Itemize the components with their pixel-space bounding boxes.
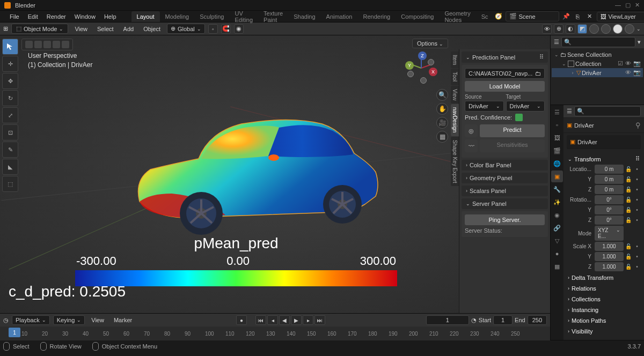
source-dropdown[interactable]: DrivAer⌄ bbox=[465, 101, 504, 112]
selectability-button[interactable]: 👁 bbox=[542, 24, 552, 34]
proportional-button[interactable]: ◉ bbox=[234, 24, 244, 34]
toolbar-menu-add[interactable]: Add bbox=[120, 25, 137, 33]
pan-icon[interactable]: ✋ bbox=[436, 103, 448, 115]
tab-texture-props[interactable]: ▦ bbox=[551, 261, 563, 272]
menu-file[interactable]: File bbox=[5, 12, 24, 21]
shading-rendered-button[interactable] bbox=[625, 24, 634, 34]
toolbar-menu-object[interactable]: Object bbox=[140, 25, 164, 33]
jump-end-button[interactable]: ⏭ bbox=[314, 315, 325, 325]
tab-shading[interactable]: Shading bbox=[288, 11, 320, 22]
perspective-toggle-icon[interactable]: ▦ bbox=[436, 131, 448, 143]
tab-viewlayer-props[interactable]: 🖼 bbox=[551, 132, 563, 144]
model-path-field[interactable]: C:\NAVASTO\02_navp...🗀 bbox=[465, 68, 545, 79]
next-keyframe-button[interactable]: ▸ bbox=[303, 315, 313, 325]
tab-modifier-props[interactable]: 🔧 bbox=[551, 183, 563, 195]
sensitivities-button[interactable]: Sensitivities bbox=[480, 139, 545, 152]
tab-layout[interactable]: Layout bbox=[131, 11, 160, 22]
ping-server-button[interactable]: Ping Server. bbox=[465, 214, 545, 225]
prev-keyframe-button[interactable]: ◂ bbox=[267, 315, 278, 325]
instancing-header[interactable]: ›Instancing bbox=[567, 305, 641, 315]
end-frame-field[interactable]: 250 bbox=[528, 315, 547, 325]
start-frame-field[interactable]: 1 bbox=[493, 315, 513, 325]
rotation-mode-dropdown[interactable]: XYZ E...⌄ bbox=[595, 226, 624, 241]
tab-constraint-props[interactable]: 🔗 bbox=[551, 222, 563, 234]
measure-tool[interactable]: ◣ bbox=[2, 159, 18, 175]
tab-animation[interactable]: Animation bbox=[321, 11, 358, 22]
shading-solid-button[interactable] bbox=[601, 24, 611, 34]
tab-object-props[interactable]: ▣ bbox=[551, 170, 563, 182]
lock-icon[interactable]: 🔓 bbox=[625, 263, 632, 271]
tab-rendering[interactable]: Rendering bbox=[357, 11, 396, 22]
visibility-header[interactable]: ›Visibility bbox=[567, 326, 641, 337]
predict-button[interactable]: Predict bbox=[480, 124, 545, 137]
tab-physics-props[interactable]: ◉ bbox=[551, 209, 563, 221]
scalars-panel-header[interactable]: ›Scalars Panel bbox=[462, 186, 548, 196]
lock-icon[interactable]: 🔓 bbox=[625, 243, 632, 250]
jump-start-button[interactable]: ⏮ bbox=[255, 315, 266, 325]
select-mode-toggle[interactable] bbox=[21, 39, 73, 50]
tab-tool[interactable]: Tool bbox=[451, 69, 459, 85]
location-z-field[interactable]: 0 m bbox=[595, 185, 624, 194]
tab-texture-paint[interactable]: Texture Paint bbox=[258, 8, 288, 25]
tab-navdesign[interactable]: navDesign bbox=[451, 104, 459, 136]
maximize-icon[interactable]: ▢ bbox=[625, 2, 631, 9]
menu-edit[interactable]: Edit bbox=[24, 12, 42, 21]
add-primitive-tool[interactable]: ⬚ bbox=[2, 176, 18, 192]
prediction-panel-header[interactable]: ⌄Prediction Panel⠿ bbox=[462, 51, 548, 63]
gizmo-x[interactable]: X bbox=[429, 68, 437, 76]
tab-shape-key-export[interactable]: Shape Key Export bbox=[451, 137, 459, 187]
pivot-button[interactable]: ◦ bbox=[208, 24, 218, 34]
play-button[interactable]: ▶ bbox=[291, 315, 302, 325]
outliner-search[interactable]: 🔍 bbox=[561, 37, 635, 47]
rotation-y-field[interactable]: 0° bbox=[595, 205, 624, 214]
server-panel-header[interactable]: ⌄Server Panel bbox=[462, 198, 548, 209]
lock-icon[interactable]: 🔓 bbox=[625, 176, 632, 183]
tab-world-props[interactable]: 🌐 bbox=[551, 158, 563, 169]
auto-keyframe-button[interactable]: ● bbox=[236, 315, 247, 325]
properties-editor-icon[interactable]: ☰ bbox=[567, 108, 572, 115]
lock-icon[interactable]: 🔓 bbox=[625, 166, 632, 173]
scale-x-field[interactable]: 1.000 bbox=[595, 242, 624, 251]
scale-y-field[interactable]: 1.000 bbox=[595, 252, 624, 261]
scale-z-field[interactable]: 1.000 bbox=[595, 262, 624, 271]
viewport-3d[interactable]: ✛ ✥ ↻ ⤢ ⊡ ✎ ◣ ⬚ User Perspective (1) Col… bbox=[0, 35, 550, 313]
delete-scene-icon[interactable]: ✕ bbox=[585, 12, 595, 21]
pin-scene-icon[interactable]: 📌 bbox=[561, 12, 571, 21]
xray-toggle-button[interactable]: ◩ bbox=[577, 24, 587, 34]
select-tool[interactable] bbox=[2, 39, 18, 55]
playback-dropdown[interactable]: Playback⌄ bbox=[12, 315, 50, 325]
sensitivity-icon[interactable]: 〰 bbox=[465, 139, 478, 152]
tab-uv-editing[interactable]: UV Editing bbox=[229, 8, 258, 25]
location-x-field[interactable]: 0 m bbox=[595, 165, 624, 174]
lock-icon[interactable]: 🔓 bbox=[625, 196, 632, 204]
scale-tool[interactable]: ⤢ bbox=[2, 107, 18, 123]
pin-icon[interactable]: ⚲ bbox=[635, 121, 641, 129]
load-model-button[interactable]: Load Model bbox=[465, 81, 545, 92]
relations-header[interactable]: ›Relations bbox=[567, 283, 641, 294]
geometry-panel-header[interactable]: ›Geometry Panel bbox=[462, 173, 548, 183]
keying-dropdown[interactable]: Keying⌄ bbox=[53, 315, 85, 325]
move-tool[interactable]: ✥ bbox=[2, 73, 18, 89]
tab-item[interactable]: Item bbox=[451, 51, 459, 68]
tab-render-props[interactable]: ☰ bbox=[551, 106, 563, 118]
location-y-field[interactable]: 0 m bbox=[595, 175, 624, 184]
preview-range-icon[interactable]: ◔ bbox=[471, 317, 477, 324]
transform-section-header[interactable]: ⌄Transform⠿ bbox=[567, 153, 641, 165]
collections-header[interactable]: ›Collections bbox=[567, 294, 641, 305]
gizmo-y[interactable]: Y bbox=[405, 61, 414, 70]
tab-output-props[interactable]: ▫ bbox=[551, 119, 563, 131]
menu-help[interactable]: Help bbox=[100, 12, 121, 21]
gizmo-z[interactable]: Z bbox=[418, 51, 427, 60]
editor-type-icon[interactable]: ⊞ bbox=[3, 25, 8, 32]
timeline-track[interactable]: 1 10203040506070809010011012013014015016… bbox=[0, 327, 550, 340]
tab-scene-props[interactable]: 🎬 bbox=[551, 145, 563, 157]
menu-render[interactable]: Render bbox=[42, 12, 70, 21]
colorbar-panel-header[interactable]: ›Color Bar Panel bbox=[462, 160, 548, 170]
object-name-field[interactable]: ▣DrivAer bbox=[567, 135, 641, 149]
rotation-z-field[interactable]: 0° bbox=[595, 216, 624, 225]
cursor-tool[interactable]: ✛ bbox=[2, 56, 18, 72]
gizmo-neg-x[interactable] bbox=[407, 71, 414, 77]
shading-wireframe-button[interactable] bbox=[589, 24, 599, 34]
timeline-view-menu[interactable]: View bbox=[88, 316, 107, 324]
camera-view-icon[interactable]: 🎥 bbox=[436, 117, 448, 129]
